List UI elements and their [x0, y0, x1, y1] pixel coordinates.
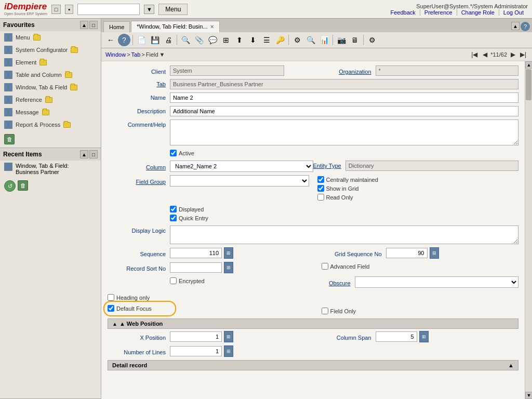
tab-home[interactable]: Home [103, 21, 130, 32]
recent-refresh-btn[interactable]: ↺ [4, 180, 16, 192]
nav-first-btn[interactable]: |◀ [470, 50, 479, 59]
record-sort-input[interactable] [170, 262, 222, 273]
recent-item-wtf[interactable]: Window, Tab & Field:Business Partner [0, 161, 101, 177]
tab-window-field[interactable]: *Window, Tab Field: Busin... ✕ [131, 21, 219, 32]
x-pos-calc-btn[interactable]: ⊞ [224, 331, 233, 342]
menu-button[interactable]: Menu [158, 4, 188, 15]
recent-trash-btn[interactable]: 🗑 [18, 180, 28, 191]
field-group-label[interactable]: Field Group [108, 177, 170, 185]
print-btn[interactable]: 🖨 [162, 34, 175, 46]
displayed-checkbox[interactable] [170, 206, 177, 212]
advanced-field-checkbox[interactable] [322, 263, 328, 270]
find-btn[interactable]: 🔍 [179, 34, 192, 46]
tab-label[interactable]: Tab [108, 79, 170, 87]
window-btn-1[interactable]: □ [51, 5, 61, 14]
entity-type-label[interactable]: Entity Type [313, 163, 345, 169]
client-input[interactable] [170, 65, 284, 76]
up-btn[interactable]: ⬆ [233, 34, 246, 46]
default-focus-checkbox[interactable] [108, 305, 114, 312]
window-btn-2[interactable]: ▪ [65, 5, 73, 14]
col-span-calc-btn[interactable]: ⊞ [419, 331, 429, 342]
obscure-label[interactable]: Obscure [313, 278, 355, 286]
sidebar-item-system-configurator[interactable]: System Configurator [0, 44, 101, 56]
field-only-checkbox[interactable] [322, 308, 328, 314]
preference-link[interactable]: Preference [420, 9, 457, 16]
help-toolbar-btn[interactable]: ? [118, 34, 130, 46]
breadcrumb-tab[interactable]: Tab [131, 51, 141, 58]
sidebar-item-element[interactable]: Element [0, 56, 101, 69]
grid-btn[interactable]: ⊞ [220, 34, 232, 46]
save-btn[interactable]: 💾 [149, 34, 161, 46]
feedback-link[interactable]: Feedback [387, 9, 420, 16]
nav-next-btn[interactable]: ▶ [508, 50, 517, 59]
sidebar-item-message[interactable]: Message [0, 106, 101, 118]
down-btn[interactable]: ⬇ [247, 34, 259, 46]
favourites-collapse[interactable]: ▲ [80, 21, 88, 29]
column-select[interactable]: Name2_Name 2 [170, 161, 313, 172]
form-scrollbar[interactable]: ▲ ▼ [525, 61, 532, 399]
breadcrumb-dropdown-icon[interactable]: ▼ [159, 51, 165, 58]
show-in-grid-checkbox[interactable] [317, 185, 324, 192]
nav-prev-btn[interactable]: ◀ [480, 50, 489, 59]
tab-input[interactable] [170, 79, 518, 89]
tab-close-icon[interactable]: ✕ [210, 24, 214, 30]
sidebar-item-table-column[interactable]: Table and Column [0, 69, 101, 81]
column-label[interactable]: Column [108, 162, 170, 170]
scroll-thumb[interactable] [526, 69, 531, 100]
attach-btn[interactable]: 📎 [193, 34, 205, 46]
quick-entry-checkbox[interactable] [170, 215, 177, 221]
sidebar-trash-btn[interactable]: 🗑 [4, 134, 15, 144]
calc-toolbar-btn[interactable]: ⚙ [291, 34, 303, 46]
encrypted-checkbox[interactable] [170, 277, 177, 284]
change-role-link[interactable]: Change Role [457, 9, 499, 16]
sidebar-item-window-tab-field[interactable]: Window, Tab & Field [0, 81, 101, 94]
settings-btn[interactable]: ⚙ [366, 34, 378, 46]
grid-seq-input[interactable] [386, 248, 428, 258]
tab-collapse-btn[interactable]: ▲ [511, 22, 520, 30]
name-input[interactable] [170, 92, 518, 103]
x-pos-input[interactable] [170, 331, 222, 342]
active-spacer [108, 149, 170, 151]
list-btn[interactable]: ☰ [260, 34, 273, 46]
detail-record-header[interactable]: Detail record ▲ [108, 360, 518, 370]
col-span-input[interactable] [376, 331, 417, 342]
org-input[interactable] [376, 65, 519, 76]
nav-last-btn[interactable]: ▶| [518, 50, 528, 59]
scroll-down-btn[interactable]: ▼ [525, 392, 532, 399]
display-logic-textarea[interactable] [170, 225, 518, 244]
sidebar-item-menu[interactable]: Menu [0, 31, 101, 44]
search2-btn[interactable]: 🔍 [304, 34, 317, 46]
chart-btn[interactable]: 📊 [318, 34, 330, 46]
new-btn[interactable]: 📄 [135, 34, 148, 46]
sidebar-item-reference[interactable]: Reference [0, 94, 101, 106]
num-lines-calc-btn[interactable]: ⊞ [224, 345, 233, 357]
camera-btn[interactable]: 📷 [335, 34, 348, 46]
centrally-maintained-checkbox[interactable] [317, 176, 324, 183]
sidebar-item-report-process[interactable]: Report & Process [0, 118, 101, 131]
favourites-restore[interactable]: □ [89, 21, 98, 29]
active-checkbox[interactable] [170, 150, 177, 156]
back-btn[interactable]: ← [104, 34, 117, 46]
heading-only-checkbox[interactable] [108, 294, 114, 301]
screen-btn[interactable]: 🖥 [349, 34, 361, 46]
tab-help-btn[interactable]: ? [521, 22, 530, 31]
web-position-header[interactable]: ▲ ▲ Web Position [108, 318, 518, 329]
num-lines-input[interactable] [170, 346, 222, 356]
x-pos-col: X Position ⊞ [108, 331, 313, 342]
recent-collapse[interactable]: ▲ [80, 150, 88, 158]
comment-textarea[interactable] [170, 119, 518, 145]
scroll-up-btn[interactable]: ▲ [525, 61, 532, 69]
dropdown-btn[interactable]: ▼ [144, 5, 154, 14]
logout-link[interactable]: Log Out [499, 9, 528, 16]
breadcrumb-window[interactable]: Window [105, 51, 126, 58]
key-btn[interactable]: 🔑 [274, 34, 286, 46]
record-sort-calc-btn[interactable]: ⊞ [224, 262, 233, 273]
sequence-calc-btn[interactable]: ⊞ [224, 247, 233, 259]
sequence-input[interactable] [170, 248, 222, 258]
note-btn[interactable]: 💬 [206, 34, 219, 46]
obscure-select[interactable] [355, 276, 519, 288]
description-input[interactable] [170, 106, 518, 116]
field-group-select[interactable] [170, 175, 309, 187]
recent-restore[interactable]: □ [89, 150, 98, 158]
read-only-checkbox[interactable] [317, 194, 324, 201]
